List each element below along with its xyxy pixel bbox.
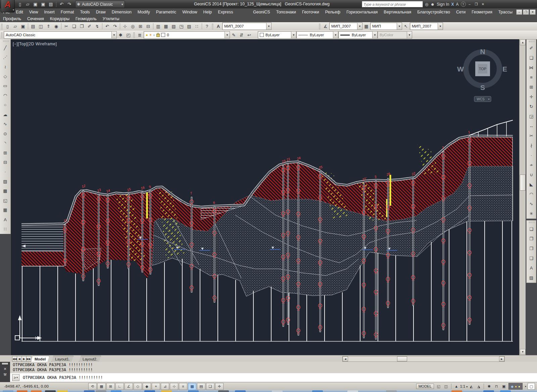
draw-construction-line-button[interactable]: ⋰ <box>1 53 9 61</box>
draw-point-style-button[interactable]: ∷ <box>1 225 9 233</box>
modify-break-at-point-button[interactable]: ∙ <box>528 151 535 159</box>
modify-fillet-button[interactable]: ◠ <box>528 190 535 198</box>
taskbar-app-icon[interactable] <box>218 390 229 392</box>
layer-freeze-icon[interactable]: ☀ <box>149 33 152 37</box>
redo-button[interactable]: ↷ <box>111 22 119 30</box>
match-properties-button[interactable]: ✐ <box>86 22 93 30</box>
menu-item-топознаки[interactable]: Топознаки <box>273 10 299 14</box>
draw-insert-block-button[interactable]: ⊞ <box>1 149 9 156</box>
toggle-object-snap-tracking[interactable]: ⌖ <box>152 383 160 390</box>
status-menu-icon[interactable]: ▾ <box>525 385 526 388</box>
draworder-bring-above-button[interactable]: ❒ <box>528 245 535 252</box>
3d-dwf-button[interactable]: ◉ <box>53 22 60 30</box>
modify-copy-button[interactable]: ❏ <box>528 54 535 62</box>
chevron-down-icon[interactable]: ▼ <box>266 23 271 30</box>
taskbar-app-icon[interactable] <box>161 390 172 392</box>
zoom-realtime-button[interactable]: ◎ <box>129 22 137 30</box>
cut-button[interactable]: ✂ <box>63 22 70 30</box>
undo-button[interactable]: ↶ <box>104 22 111 30</box>
scrollbar-thumb[interactable] <box>520 175 526 191</box>
properties-button[interactable]: ▥ <box>155 22 162 30</box>
draw-circle-button[interactable]: ○ <box>1 101 9 109</box>
modify-erase-button[interactable]: ✐ <box>528 44 535 52</box>
command-options-icon[interactable]: >▾ <box>12 374 19 381</box>
chevron-down-icon[interactable]: ▼ <box>438 23 443 30</box>
chevron-down-icon[interactable]: ▼ <box>333 32 338 38</box>
draw-revision-cloud-button[interactable]: ☁ <box>1 111 9 118</box>
sign-in-link[interactable]: Sign In <box>437 2 449 7</box>
new-button[interactable]: ▯ <box>4 22 11 30</box>
chevron-down-icon[interactable]: ▼ <box>291 32 296 38</box>
copy-button[interactable]: ❏ <box>70 22 78 30</box>
modify-move-button[interactable]: ✛ <box>528 93 535 101</box>
modify-scale-button[interactable]: ◲ <box>528 112 535 120</box>
help-icon[interactable]: ? <box>461 2 466 7</box>
workspace-combo[interactable]: AutoCAD Classic▼ <box>4 31 117 39</box>
layer-update-icon[interactable]: ⇵ <box>238 31 245 39</box>
taskbar-app-icon[interactable] <box>144 390 155 392</box>
chevron-down-icon[interactable]: ▼ <box>111 32 116 38</box>
draw-table-button[interactable]: ▦ <box>1 206 9 214</box>
taskbar-app-icon[interactable] <box>483 390 494 392</box>
save-as-button[interactable]: ▣ <box>40 1 47 8</box>
block-editor-button[interactable]: ↯ <box>94 22 101 30</box>
draworder-bring-to-front-button[interactable]: ❏ <box>528 225 535 233</box>
draw-hatch-button[interactable]: ▨ <box>1 178 9 185</box>
toolbar-grip[interactable] <box>2 40 8 42</box>
lineweight-combo[interactable]: ByLayer▼ <box>338 31 378 39</box>
menu-item-трассы[interactable]: Трассы <box>495 10 516 14</box>
close-icon[interactable]: ✕ <box>3 367 6 371</box>
draw-rectangle-button[interactable]: ▭ <box>1 82 9 90</box>
lightbulb-icon[interactable]: ● <box>515 385 517 388</box>
menu-item-благоустройство[interactable]: Благоустройство <box>414 10 453 14</box>
scroll-left-icon[interactable]: ◀ <box>343 356 348 361</box>
auto-annotation-icon[interactable]: ◮ <box>475 383 482 390</box>
scroll-right-icon[interactable]: ▶ <box>499 356 504 361</box>
modify-extend-button[interactable]: ∤ <box>528 142 535 149</box>
modify-rotate-button[interactable]: ↻ <box>528 103 535 110</box>
toggle-transparency[interactable]: ▩ <box>188 383 196 390</box>
help-button[interactable]: ? <box>203 22 211 30</box>
publish-button[interactable]: ⇑ <box>45 22 52 30</box>
taskbar-app-icon[interactable] <box>312 390 323 392</box>
toolbar-grip[interactable] <box>133 32 135 38</box>
open-button[interactable]: ▱ <box>12 22 19 30</box>
menu-item-геомодель[interactable]: Геомодель <box>72 16 100 21</box>
mleader-style-combo[interactable]: МИП_2007▼ <box>410 22 443 30</box>
draw-arc-button[interactable]: ◠ <box>1 92 9 99</box>
draworder-send-to-back-button[interactable]: ❐ <box>528 235 535 243</box>
toggle-object-snap[interactable]: ◇ <box>134 383 142 390</box>
make-object-layer-current-icon[interactable]: ✎ <box>230 31 238 39</box>
draw-polygon-button[interactable]: ◇ <box>1 72 9 80</box>
mleader-style-icon[interactable]: ↖ <box>402 22 410 30</box>
layer-combo[interactable]: ● ☀ ◐ 0 ▼ <box>144 31 230 39</box>
annotation-scale-icon[interactable]: ▲ <box>453 383 460 390</box>
toolbar-grip[interactable] <box>212 23 213 29</box>
quick-calc-button[interactable]: ∷ <box>193 22 201 30</box>
layer-previous-icon[interactable]: ↩ <box>246 31 253 39</box>
toggle-annotation-monitor[interactable]: ✛ <box>215 383 224 390</box>
chevron-down-icon[interactable]: ▼ <box>357 23 362 30</box>
taskbar-app-icon[interactable] <box>17 390 28 392</box>
draw-gradient-button[interactable]: ▩ <box>1 187 9 195</box>
tab-model[interactable]: Model <box>31 356 49 362</box>
taskbar-app-icon[interactable] <box>386 390 397 392</box>
layer-on-icon[interactable]: ● <box>146 33 148 37</box>
design-center-button[interactable]: ▦ <box>162 22 170 30</box>
modify-chamfer-button[interactable]: ◣ <box>528 181 535 188</box>
layer-lock-icon[interactable] <box>156 34 160 37</box>
workspace-switch-icon[interactable]: ✱ <box>485 383 493 390</box>
menu-item-профиль[interactable]: Профиль <box>0 16 24 21</box>
taskbar-app-icon[interactable] <box>272 390 283 392</box>
isolate-objects-icon[interactable]: ◆ <box>511 385 514 388</box>
minimize-button[interactable]: – <box>467 2 473 7</box>
menu-item-геоточки[interactable]: Геоточки <box>299 10 322 14</box>
doc-close-button[interactable]: ✕ <box>530 9 536 15</box>
vertical-scrollbar[interactable]: ▲ ▼ <box>519 39 526 355</box>
draw-multiline-text-button[interactable]: A <box>1 216 9 223</box>
command-line[interactable]: >▾ ОТРИСОВКА ОКНА РАЗРЕЗА !!!!!!!!!! <box>10 373 537 382</box>
model-tab-icon[interactable]: ◱ <box>435 383 442 390</box>
lightbulb-icon[interactable]: ● <box>518 385 520 388</box>
scroll-down-icon[interactable]: ▼ <box>520 349 526 355</box>
toolbar-grip[interactable] <box>1 32 3 38</box>
